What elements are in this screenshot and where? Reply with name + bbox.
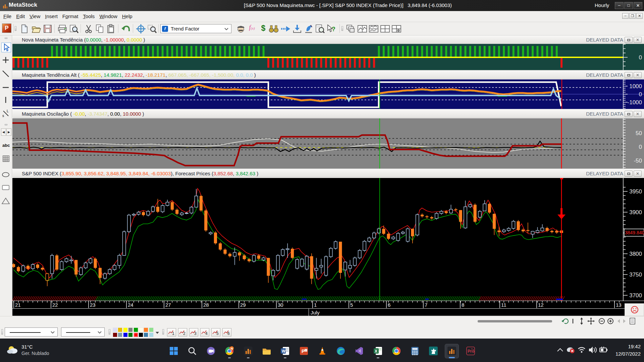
svg-text:50: 50 bbox=[636, 130, 642, 136]
svg-text:28: 28 bbox=[203, 302, 209, 308]
svg-text:X: X bbox=[375, 349, 377, 354]
svg-text:1: 1 bbox=[172, 331, 174, 336]
svg-text:4: 4 bbox=[205, 331, 208, 336]
svg-text:s: s bbox=[2, 114, 4, 118]
svg-text:21: 21 bbox=[15, 302, 21, 308]
svg-text:13: 13 bbox=[616, 302, 622, 308]
svg-text:12: 12 bbox=[538, 302, 544, 308]
svg-text:8: 8 bbox=[462, 302, 464, 308]
svg-text:N: N bbox=[231, 347, 233, 350]
svg-text:-50: -50 bbox=[634, 158, 642, 164]
svg-text:3: 3 bbox=[194, 331, 197, 336]
svg-text:2: 2 bbox=[183, 331, 185, 336]
svg-text:1000: 1000 bbox=[629, 83, 642, 89]
svg-text:30: 30 bbox=[278, 302, 283, 308]
svg-text:P: P bbox=[302, 349, 305, 354]
svg-text:3700: 3700 bbox=[629, 292, 642, 299]
svg-text:abc: abc bbox=[2, 143, 10, 148]
svg-text:22: 22 bbox=[52, 302, 58, 308]
svg-text:L: L bbox=[7, 109, 9, 113]
svg-text:23: 23 bbox=[90, 302, 96, 308]
svg-text:?: ? bbox=[332, 26, 335, 33]
svg-text:3849.840: 3849.840 bbox=[625, 230, 644, 235]
svg-text:5: 5 bbox=[350, 302, 353, 308]
svg-text:3950: 3950 bbox=[629, 188, 642, 195]
svg-text:0: 0 bbox=[639, 91, 642, 98]
svg-text:0: 0 bbox=[639, 144, 642, 150]
svg-text:6: 6 bbox=[388, 302, 390, 308]
svg-text:3750: 3750 bbox=[629, 272, 642, 278]
svg-text:3800: 3800 bbox=[629, 251, 642, 257]
svg-text:3900: 3900 bbox=[629, 209, 642, 216]
svg-text:6: 6 bbox=[227, 331, 230, 336]
svg-text:1: 1 bbox=[314, 302, 317, 308]
svg-text:W: W bbox=[282, 349, 286, 354]
svg-text:7: 7 bbox=[425, 302, 427, 308]
svg-text:24: 24 bbox=[128, 302, 133, 308]
svg-text:29: 29 bbox=[240, 302, 246, 308]
svg-text:5: 5 bbox=[216, 331, 219, 336]
svg-text:11: 11 bbox=[501, 302, 506, 308]
svg-text:-1000: -1000 bbox=[628, 99, 642, 106]
svg-text:27: 27 bbox=[165, 302, 171, 308]
svg-text:0: 0 bbox=[639, 54, 642, 61]
